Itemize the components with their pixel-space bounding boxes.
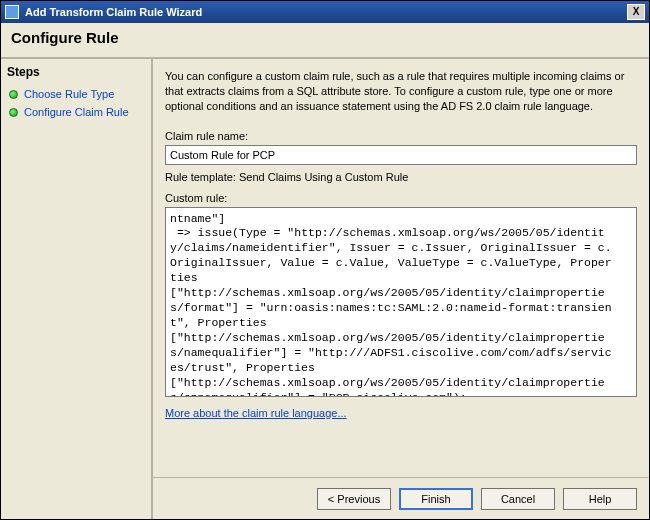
titlebar[interactable]: Add Transform Claim Rule Wizard X	[1, 1, 649, 23]
wizard-body: Steps Choose Rule Type Configure Claim R…	[1, 59, 649, 519]
step-configure-claim-rule[interactable]: Configure Claim Rule	[7, 103, 145, 121]
app-icon	[5, 5, 19, 19]
intro-text: You can configure a custom claim rule, s…	[165, 69, 637, 114]
previous-button[interactable]: < Previous	[317, 488, 391, 510]
wizard-header: Configure Rule	[1, 23, 649, 59]
claim-language-link[interactable]: More about the claim rule language...	[165, 407, 637, 419]
help-button[interactable]: Help	[563, 488, 637, 510]
claim-rule-name-label: Claim rule name:	[165, 130, 637, 142]
wizard-window: Add Transform Claim Rule Wizard X Config…	[0, 0, 650, 520]
cancel-button[interactable]: Cancel	[481, 488, 555, 510]
content-area: You can configure a custom claim rule, s…	[153, 59, 649, 477]
rule-template-line: Rule template: Send Claims Using a Custo…	[165, 171, 637, 183]
button-bar: < Previous Finish Cancel Help	[153, 477, 649, 519]
page-title: Configure Rule	[11, 29, 639, 46]
step-label: Choose Rule Type	[24, 88, 114, 100]
close-icon[interactable]: X	[627, 4, 645, 20]
steps-heading: Steps	[7, 65, 145, 79]
step-current-icon	[9, 108, 18, 117]
step-complete-icon	[9, 90, 18, 99]
finish-button[interactable]: Finish	[399, 488, 473, 510]
claim-rule-name-input[interactable]	[165, 145, 637, 165]
step-choose-rule-type[interactable]: Choose Rule Type	[7, 85, 145, 103]
window-title: Add Transform Claim Rule Wizard	[25, 6, 202, 18]
custom-rule-label: Custom rule:	[165, 192, 637, 204]
custom-rule-textarea[interactable]	[165, 207, 637, 397]
main-panel: You can configure a custom claim rule, s…	[153, 59, 649, 519]
step-label: Configure Claim Rule	[24, 106, 129, 118]
steps-sidebar: Steps Choose Rule Type Configure Claim R…	[1, 59, 153, 519]
